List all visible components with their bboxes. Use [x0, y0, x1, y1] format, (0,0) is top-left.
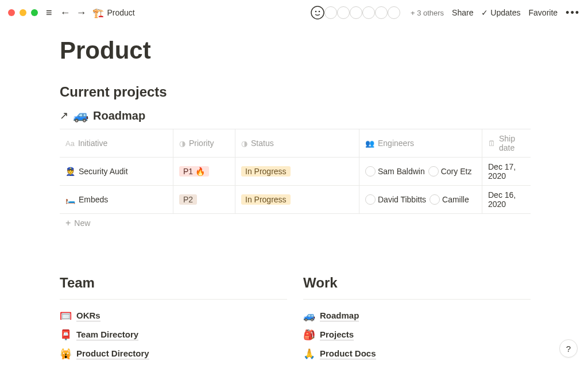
initiative-name: Security Audit [79, 167, 128, 176]
roadmap-icon: 🚙 [73, 108, 88, 123]
cell-initiative[interactable]: 🛏️ Embeds [60, 186, 173, 213]
page-icon: 📮 [60, 329, 72, 341]
topbar: ≡ ← → 🏗️ Product + 3 others Share Update… [0, 0, 588, 25]
select-prop-icon: ◑ [179, 139, 185, 148]
avatar [324, 6, 337, 19]
subheading-work: Work [303, 275, 531, 300]
cell-ship-date[interactable]: Dec 16, 2020 [482, 186, 531, 213]
status-tag: In Progress [241, 166, 291, 177]
ship-date-value: Dec 16, 2020 [488, 190, 525, 209]
avatar [337, 6, 350, 19]
page-icon: 🚙 [303, 310, 315, 322]
column-header-engineers[interactable]: 👥 Engineers [359, 129, 482, 157]
priority-tag: P1 🔥 [179, 166, 209, 177]
page-icon: 🙏 [303, 348, 315, 360]
page-link-roadmap[interactable]: 🚙 Roadmap [303, 306, 531, 325]
column-header-label: Priority [189, 139, 214, 148]
forward-button[interactable]: → [76, 7, 87, 19]
status-tag: In Progress [241, 194, 291, 205]
page-title: Product [60, 37, 531, 64]
page-link-label: Product Docs [320, 348, 376, 359]
page-link-label: Projects [320, 329, 354, 340]
engineer-name: Sam Baldwin [378, 167, 425, 176]
presence-avatars[interactable] [311, 6, 400, 20]
subheading-current-projects: Current projects [60, 84, 531, 100]
breadcrumb[interactable]: 🏗️ Product [92, 7, 135, 18]
window-controls [8, 9, 38, 16]
cell-ship-date[interactable]: Dec 17, 2020 [482, 158, 531, 185]
initiative-name: Embeds [79, 195, 108, 204]
cell-engineers[interactable]: Sam Baldwin Cory Etz [359, 158, 482, 185]
database-table: Aa Initiative ◑ Priority ◑ Status 👥 Engi… [60, 129, 531, 232]
page-link-product-directory[interactable]: 🙀 Product Directory [60, 344, 287, 363]
page-link-label: OKRs [76, 310, 100, 321]
column-header-initiative[interactable]: Aa Initiative [60, 129, 173, 157]
svg-point-0 [311, 6, 324, 19]
table-row[interactable]: 🛏️ Embeds P2 In Progress David Tibbitts … [60, 186, 531, 214]
avatar [362, 6, 375, 19]
other-viewers-count[interactable]: + 3 others [411, 9, 444, 17]
avatar [388, 6, 400, 19]
column-header-label: Ship date [499, 134, 525, 152]
column-header-priority[interactable]: ◑ Priority [173, 129, 235, 157]
avatar [430, 194, 440, 205]
favorite-button[interactable]: Favorite [529, 8, 558, 17]
back-button[interactable]: ← [60, 7, 71, 19]
cell-status[interactable]: In Progress [235, 158, 359, 185]
column-header-label: Engineers [378, 139, 414, 148]
date-prop-icon: 🗓 [488, 139, 496, 148]
table-header-row: Aa Initiative ◑ Priority ◑ Status 👥 Engi… [60, 129, 531, 158]
sidebar-toggle-icon[interactable]: ≡ [44, 7, 55, 19]
minimize-window-icon[interactable] [20, 9, 26, 16]
ship-date-value: Dec 17, 2020 [488, 162, 525, 181]
team-section: Team 🥅 OKRs 📮 Team Directory 🙀 Product D… [60, 275, 287, 363]
help-button[interactable]: ? [559, 339, 578, 358]
page-icon: 🎒 [303, 329, 315, 341]
page-link-okrs[interactable]: 🥅 OKRs [60, 306, 287, 325]
linked-database-label: Roadmap [93, 109, 145, 122]
work-section: Work 🚙 Roadmap 🎒 Projects 🙏 Product Docs [303, 275, 531, 363]
svg-point-2 [319, 11, 320, 13]
row-icon: 👮 [65, 167, 75, 176]
cell-priority[interactable]: P2 [173, 186, 235, 213]
page-link-projects[interactable]: 🎒 Projects [303, 325, 531, 344]
select-prop-icon: ◑ [241, 139, 247, 148]
breadcrumb-title: Product [107, 8, 135, 17]
updates-button[interactable]: Updates [481, 8, 520, 17]
page-link-label: Product Directory [76, 348, 149, 359]
column-header-label: Initiative [78, 139, 107, 148]
cell-initiative[interactable]: 👮 Security Audit [60, 158, 173, 185]
page-link-product-docs[interactable]: 🙏 Product Docs [303, 344, 531, 363]
linked-database-title[interactable]: ↗ 🚙 Roadmap [60, 108, 531, 123]
avatar [350, 6, 362, 19]
cell-engineers[interactable]: David Tibbitts Camille [359, 186, 482, 213]
engineer-name: Cory Etz [441, 167, 472, 176]
page-link-team-directory[interactable]: 📮 Team Directory [60, 325, 287, 344]
open-icon: ↗ [60, 109, 68, 122]
breadcrumb-icon: 🏗️ [92, 7, 104, 18]
table-row[interactable]: 👮 Security Audit P1 🔥 In Progress Sam Ba… [60, 158, 531, 186]
page-link-label: Roadmap [320, 310, 359, 321]
close-window-icon[interactable] [8, 9, 15, 16]
cell-priority[interactable]: P1 🔥 [173, 158, 235, 185]
engineer-name: David Tibbitts [378, 195, 426, 204]
column-header-status[interactable]: ◑ Status [235, 129, 359, 157]
column-header-ship-date[interactable]: 🗓 Ship date [482, 129, 531, 157]
maximize-window-icon[interactable] [31, 9, 38, 16]
more-menu-icon[interactable]: ••• [566, 7, 580, 19]
subheading-team: Team [60, 275, 287, 300]
person-prop-icon: 👥 [365, 139, 374, 148]
title-prop-icon: Aa [65, 139, 75, 148]
column-header-label: Status [251, 139, 274, 148]
cell-status[interactable]: In Progress [235, 186, 359, 213]
engineer-name: Camille [442, 195, 469, 204]
page-link-label: Team Directory [76, 329, 138, 340]
share-button[interactable]: Share [452, 8, 473, 17]
page-icon: 🙀 [60, 348, 72, 360]
avatar [365, 194, 376, 205]
avatar [311, 6, 324, 20]
page-icon: 🥅 [60, 310, 72, 322]
priority-tag: P2 [179, 194, 197, 205]
new-row-button[interactable]: + New [60, 214, 531, 232]
svg-point-1 [315, 11, 317, 13]
